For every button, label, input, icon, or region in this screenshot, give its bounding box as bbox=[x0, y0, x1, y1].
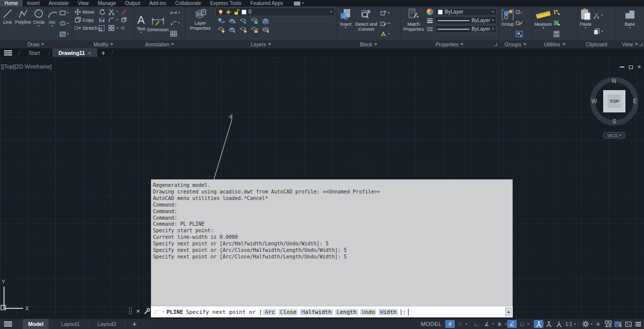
chevron-down-icon[interactable] bbox=[591, 323, 593, 325]
rectangle-button[interactable] bbox=[59, 10, 69, 16]
erase-button[interactable] bbox=[121, 9, 129, 15]
ellipse-button[interactable] bbox=[59, 20, 69, 27]
chevron-down-icon[interactable] bbox=[574, 323, 576, 325]
snap-mode-toggle[interactable]: ∷ bbox=[455, 320, 465, 328]
annotation-scale-value[interactable]: 1:1 bbox=[564, 320, 574, 328]
customize-wrench-icon[interactable] bbox=[143, 308, 150, 315]
chevron-down-icon[interactable] bbox=[527, 323, 529, 325]
line-button[interactable]: Line bbox=[1, 7, 14, 40]
quick-calc-button[interactable] bbox=[553, 31, 560, 37]
graphics-performance-button[interactable] bbox=[613, 320, 623, 328]
array-button[interactable] bbox=[108, 25, 120, 31]
ribbon-tab-home[interactable]: Home bbox=[0, 0, 23, 7]
measure-button[interactable]: Measure bbox=[533, 7, 553, 40]
cut-button[interactable] bbox=[593, 13, 603, 19]
annotation-autoscale-toggle[interactable] bbox=[544, 320, 553, 328]
ribbon-tab-insert[interactable]: Insert bbox=[23, 0, 44, 7]
isometric-drafting-toggle[interactable]: ⋔ bbox=[495, 320, 504, 328]
lineweight-select[interactable]: ByLayer bbox=[435, 17, 497, 24]
circle-button[interactable]: Circle bbox=[32, 7, 46, 40]
ungroup-button[interactable] bbox=[516, 10, 523, 16]
fillet-button[interactable] bbox=[108, 17, 120, 23]
panel-label-draw[interactable]: Draw bbox=[0, 40, 72, 48]
mirror-button[interactable] bbox=[99, 17, 107, 23]
clean-screen-button[interactable] bbox=[623, 320, 633, 328]
ribbon-display-toggle[interactable] bbox=[291, 0, 307, 7]
panel-launcher-icon[interactable] bbox=[639, 43, 642, 46]
color-wheel-icon[interactable] bbox=[427, 9, 433, 15]
group-edit-button[interactable] bbox=[516, 20, 523, 26]
select-similar-button[interactable] bbox=[553, 20, 560, 26]
panel-label-utilities[interactable]: Utilities bbox=[532, 40, 577, 48]
panel-label-annotation[interactable]: Annotation bbox=[135, 40, 185, 48]
command-drag-grip[interactable] bbox=[129, 307, 133, 315]
match-properties-button[interactable]: Match Properties bbox=[401, 7, 426, 40]
annotation-scale-icon-button[interactable] bbox=[554, 320, 564, 328]
group-button[interactable]: Group bbox=[500, 7, 515, 40]
panel-label-groups[interactable]: Groups bbox=[499, 40, 532, 48]
chevron-down-icon[interactable] bbox=[162, 311, 164, 313]
option-undo[interactable]: Undo bbox=[360, 309, 377, 315]
panel-label-properties[interactable]: Properties bbox=[400, 40, 499, 48]
tab-model[interactable]: Model bbox=[23, 319, 49, 329]
create-block-button[interactable] bbox=[380, 10, 390, 16]
model-space-canvas[interactable]: ][Top][2D Wireframe] × N W E S TOP WCS Y bbox=[0, 57, 644, 319]
dimension-button[interactable]: Dimension bbox=[146, 7, 170, 40]
hatch-button[interactable] bbox=[59, 31, 69, 37]
ribbon-tab-output[interactable]: Output bbox=[120, 0, 144, 7]
scale-button[interactable] bbox=[99, 25, 107, 31]
option-width[interactable]: Width bbox=[378, 309, 398, 315]
detect-convert-button[interactable]: Detect and Convert bbox=[353, 7, 379, 40]
ribbon-tab-annotate[interactable]: Annotate bbox=[44, 0, 73, 7]
panel-label-layers[interactable]: Layers bbox=[185, 40, 337, 48]
multileader-button[interactable] bbox=[170, 20, 180, 26]
close-command-icon[interactable]: × bbox=[136, 308, 140, 315]
layer-select[interactable]: 0 bbox=[215, 8, 335, 16]
chevron-down-icon[interactable] bbox=[505, 323, 507, 325]
text-button[interactable]: A Text bbox=[136, 7, 146, 40]
command-input-line[interactable]: PLINE Specify next point or [ Arc Close … bbox=[151, 306, 513, 317]
workspace-switching-button[interactable] bbox=[581, 320, 590, 328]
option-close[interactable]: Close bbox=[278, 309, 298, 315]
ribbon-tab-addins[interactable]: Add-ins bbox=[144, 0, 171, 7]
ribbon-tab-featured-apps[interactable]: Featured Apps bbox=[246, 0, 288, 7]
polyline-button[interactable]: Polyline bbox=[14, 7, 32, 40]
tab-layout1[interactable]: Layout1 bbox=[55, 319, 85, 329]
arc-button[interactable]: Arc bbox=[46, 7, 59, 40]
move-button[interactable]: Move bbox=[74, 9, 98, 15]
stretch-button[interactable]: Stretch bbox=[74, 25, 98, 31]
ribbon-tab-collaborate[interactable]: Collaborate bbox=[171, 0, 205, 7]
panel-label-view[interactable]: View bbox=[616, 40, 644, 48]
tab-layout2[interactable]: Layout2 bbox=[92, 319, 122, 329]
tab-drawing11[interactable]: Drawing11 × bbox=[52, 48, 97, 57]
annotation-visibility-toggle[interactable] bbox=[534, 320, 543, 328]
model-space-toggle[interactable]: MODEL bbox=[421, 321, 442, 327]
chevron-down-icon[interactable] bbox=[492, 323, 494, 325]
ribbon-tab-express-tools[interactable]: Express Tools bbox=[205, 0, 246, 7]
panel-label-clipboard[interactable]: Clipboard bbox=[578, 40, 615, 48]
chevron-down-icon[interactable] bbox=[465, 323, 467, 325]
command-scroll-up-button[interactable] bbox=[505, 307, 512, 316]
block-attributes-button[interactable] bbox=[380, 31, 390, 37]
tab-start[interactable]: Start bbox=[23, 48, 46, 57]
isolate-objects-button[interactable] bbox=[603, 320, 613, 328]
new-drawing-button[interactable]: + bbox=[97, 48, 109, 57]
layout-tabs-menu-icon[interactable] bbox=[0, 321, 16, 326]
ribbon-tab-view[interactable]: View bbox=[73, 0, 94, 7]
table-button[interactable] bbox=[170, 31, 180, 37]
rotate-button[interactable] bbox=[99, 9, 107, 15]
object-color-select[interactable]: ByLayer bbox=[435, 8, 497, 16]
option-length[interactable]: Length bbox=[335, 309, 358, 315]
command-history-window[interactable]: Regenerating model.Drawing created using… bbox=[151, 179, 513, 306]
close-tab-icon[interactable]: × bbox=[88, 50, 91, 56]
customization-button[interactable]: + bbox=[593, 320, 603, 328]
layer-properties-button[interactable]: Layer Properties bbox=[186, 7, 214, 40]
base-button[interactable]: Base bbox=[622, 7, 637, 40]
new-layout-button[interactable]: + bbox=[128, 320, 140, 328]
object-snap-tracking-toggle[interactable]: ∠ bbox=[507, 320, 517, 328]
panel-label-modify[interactable]: Modify bbox=[72, 40, 134, 48]
offset-button[interactable]: ⊂ bbox=[121, 25, 129, 31]
group-selection-toggle[interactable] bbox=[516, 31, 523, 37]
edit-block-button[interactable] bbox=[380, 21, 390, 27]
quick-select-button[interactable] bbox=[553, 10, 560, 16]
